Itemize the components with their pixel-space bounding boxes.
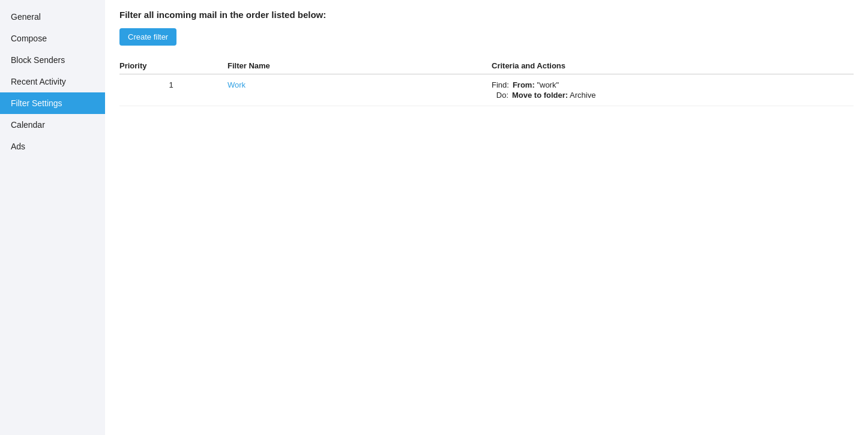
- find-label: Find:: [492, 80, 509, 89]
- move-to-value: Archive: [570, 91, 595, 100]
- find-row: Find: From: "work": [492, 80, 849, 89]
- col-filter-name: Filter Name: [228, 58, 492, 74]
- priority-cell: 1: [119, 74, 228, 106]
- from-bold: From:: [513, 80, 535, 89]
- sidebar-item-filter-settings[interactable]: Filter Settings: [0, 92, 105, 114]
- find-value: From: "work": [513, 80, 559, 89]
- sidebar-item-calendar[interactable]: Calendar: [0, 114, 105, 136]
- sidebar-item-recent-activity[interactable]: Recent Activity: [0, 71, 105, 92]
- main-content: Filter all incoming mail in the order li…: [105, 0, 868, 435]
- filter-name-cell: Work: [228, 74, 492, 106]
- sidebar: General Compose Block Senders Recent Act…: [0, 0, 105, 435]
- sidebar-item-block-senders[interactable]: Block Senders: [0, 49, 105, 71]
- create-filter-button[interactable]: Create filter: [119, 28, 176, 46]
- do-value: Move to folder: Archive: [512, 91, 595, 100]
- move-to-bold: Move to folder:: [512, 91, 568, 100]
- criteria-cell: Find: From: "work" Do: Move to folder: A…: [492, 74, 854, 106]
- from-value: "work": [537, 80, 559, 89]
- sidebar-item-compose[interactable]: Compose: [0, 28, 105, 49]
- filter-name-link[interactable]: Work: [228, 80, 246, 89]
- do-row: Do: Move to folder: Archive: [492, 91, 849, 100]
- table-row: 1 Work Find: From: "work": [119, 74, 854, 106]
- do-label: Do:: [492, 91, 508, 100]
- criteria-content: Find: From: "work" Do: Move to folder: A…: [492, 80, 849, 100]
- filters-table: Priority Filter Name Criteria and Action…: [119, 58, 854, 106]
- col-criteria: Criteria and Actions: [492, 58, 854, 74]
- col-priority: Priority: [119, 58, 228, 74]
- sidebar-item-ads[interactable]: Ads: [0, 136, 105, 157]
- page-title: Filter all incoming mail in the order li…: [119, 10, 854, 20]
- sidebar-item-general[interactable]: General: [0, 6, 105, 28]
